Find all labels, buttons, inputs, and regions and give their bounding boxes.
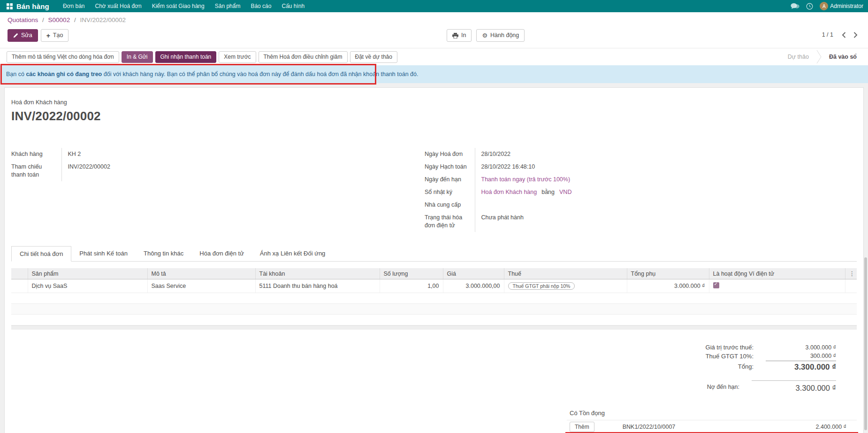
field-value-customer: KH 2	[61, 148, 146, 161]
menu-cau-hinh[interactable]: Cấu hình	[276, 0, 310, 12]
status-widget: Dự thảo Đã vào sổ	[785, 50, 861, 63]
list-footer-band	[11, 325, 857, 330]
column-ewallet[interactable]: Là hoạt động Ví điện tử	[709, 268, 845, 279]
state-posted[interactable]: Đã vào sổ	[826, 52, 860, 62]
user-menu[interactable]: A Administrator	[820, 2, 863, 10]
field-value-einvoice-status: Chưa phát hành	[475, 211, 571, 232]
outstanding-credit-row: Thêm BNK1/2022/10/0007 2.400.000 ₫	[567, 420, 857, 433]
tax-tag: Thuế GTGT phải nộp 10%	[508, 282, 575, 290]
add-payment-button[interactable]: Thêm	[570, 422, 594, 432]
column-product[interactable]: Sản phẩm	[28, 268, 147, 279]
menu-san-pham[interactable]: Sản phẩm	[210, 0, 246, 12]
outstanding-credits-section: Có Tồn đọng Thêm BNK1/2022/10/0007 2.400…	[567, 408, 857, 433]
field-label-due-date: Ngày đến hạn	[425, 173, 475, 186]
messages-icon[interactable]	[791, 3, 799, 9]
print-and-send-button[interactable]: In & Gửi	[122, 51, 153, 63]
field-label-vendor: Nhà cung cấp	[425, 199, 475, 211]
menu-bao-cao[interactable]: Báo cáo	[245, 0, 276, 12]
state-draft[interactable]: Dự thảo	[785, 52, 812, 62]
register-payment-button[interactable]: Ghi nhận thanh toán	[155, 51, 217, 63]
field-value-accounting-date: 28/10/2022 16:48:10	[475, 161, 571, 173]
invoice-lines-table: Sản phẩm Mô tả Tài khoản Số lượng Giá Th…	[11, 268, 857, 293]
user-name: Administrator	[830, 3, 863, 9]
activity-clock-icon[interactable]	[806, 3, 813, 10]
cell-price: 3.000.000,00	[443, 279, 504, 293]
alert-outstanding-credits-link[interactable]: các khoản ghi có đang treo	[26, 71, 102, 77]
state-arrow-icon	[816, 50, 822, 63]
reset-to-draft-button[interactable]: Đặt về dự thảo	[350, 51, 397, 63]
add-vietnamese-description-button[interactable]: Thêm mô tả tiếng Việt cho dòng hóa đơn	[7, 51, 119, 63]
amount-due-label: Nợ đến hạn:	[707, 380, 752, 394]
column-price[interactable]: Giá	[443, 268, 504, 279]
tab-invoice-lines[interactable]: Chi tiết hoá đơn	[11, 246, 71, 262]
user-avatar: A	[820, 2, 828, 10]
column-account[interactable]: Tài khoản	[255, 268, 380, 279]
invoice-form-sheet: Hoá đơn Khách hàng INV/2022/00002 Khách …	[4, 87, 864, 433]
optional-columns-icon[interactable]: ⋮	[845, 268, 857, 279]
untaxed-amount-label: Giá trị trước thuế:	[706, 343, 766, 352]
edit-button[interactable]: Sửa	[8, 29, 38, 42]
printer-icon	[452, 33, 458, 39]
create-button[interactable]: + Tạo	[41, 29, 69, 42]
tab-einvoice[interactable]: Hóa đơn điện tử	[191, 246, 252, 261]
tab-journal-items[interactable]: Phát sinh Kế toán	[71, 246, 136, 261]
cell-quantity: 1,00	[380, 279, 443, 293]
field-label-einvoice-status: Trạng thái hóa đơn điện tử	[425, 211, 475, 232]
breadcrumb: Quotations / S00002 / INV/2022/00002	[8, 16, 860, 25]
outstanding-credits-title: Có Tồn đọng	[567, 408, 857, 420]
pager-count: 1 / 1	[822, 31, 833, 38]
column-description[interactable]: Mô tả	[147, 268, 255, 279]
field-value-payment-terms[interactable]: Thanh toán ngay (trả trước 100%)	[475, 173, 571, 186]
column-quantity[interactable]: Số lượng	[380, 268, 443, 279]
total-label: Tổng:	[706, 361, 766, 373]
alert-text-prefix: Bạn có	[6, 71, 24, 77]
empty-list-row	[11, 293, 857, 304]
breadcrumb-s00002[interactable]: S00002	[48, 16, 70, 23]
apps-grid-icon[interactable]	[7, 3, 13, 9]
field-value-currency[interactable]: VND	[559, 189, 571, 195]
cell-account: 5111 Doanh thu bán hàng hoá	[255, 279, 380, 293]
print-button[interactable]: In	[447, 29, 472, 42]
preview-button[interactable]: Xem trước	[219, 51, 256, 63]
breadcrumb-quotations[interactable]: Quotations	[8, 16, 38, 23]
tab-other-info[interactable]: Thông tin khác	[136, 246, 191, 261]
menu-don-ban[interactable]: Đơn bán	[58, 0, 90, 12]
ewallet-checkbox-checked	[713, 282, 719, 288]
alert-text-suffix: đối với khách hàng này. Bạn có thể phân …	[104, 71, 419, 77]
notebook-tabs: Chi tiết hoá đơn Phát sinh Kế toán Thông…	[11, 246, 857, 262]
tax-amount-value: 300.000 ₫	[766, 352, 836, 361]
untaxed-amount-value: 3.000.000 ₫	[766, 343, 836, 352]
add-credit-note-button[interactable]: Thêm Hoá đơn điều chỉnh giảm	[259, 51, 348, 63]
top-navbar: Bán hàng Đơn bán Chờ xuất Hoá đơn Kiểm s…	[0, 0, 868, 12]
pager-next-icon[interactable]	[853, 32, 858, 38]
tab-counterpart-mapping[interactable]: Ánh xạ Liên kết Đối ứng	[252, 246, 334, 261]
breadcrumb-separator: /	[42, 16, 44, 23]
empty-list-row	[11, 304, 857, 315]
field-label-customer: Khách hàng	[11, 148, 61, 161]
action-button[interactable]: ⚙ Hành động	[476, 29, 525, 42]
breadcrumb-current: INV/2022/00002	[80, 16, 126, 23]
cell-subtotal: 3.000.000 ₫	[627, 279, 709, 293]
payment-amount: 2.400.000 ₫	[816, 424, 857, 430]
menu-kiem-soat-giao-hang[interactable]: Kiểm soát Giao hàng	[147, 0, 210, 12]
invoice-number-title: INV/2022/00002	[11, 109, 857, 124]
control-panel: Quotations / S00002 / INV/2022/00002 Sửa…	[0, 12, 868, 48]
breadcrumb-separator: /	[74, 16, 76, 23]
field-value-journal[interactable]: Hoá đơn Khách hàng	[481, 189, 537, 195]
menu-cho-xuat-hoa-don[interactable]: Chờ xuất Hoá đơn	[90, 0, 147, 12]
invoice-line-row[interactable]: Dịch vụ SaaS Saas Service 5111 Doanh thu…	[11, 279, 857, 293]
left-field-group: Khách hàng KH 2 Tham chiếu thanh toán IN…	[11, 148, 293, 232]
totals-section: Giá trị trước thuế: 3.000.000 ₫ Thuế GTG…	[11, 343, 857, 394]
row-handle	[11, 279, 28, 293]
column-subtotal[interactable]: Tổng phụ	[627, 268, 709, 279]
app-name[interactable]: Bán hàng	[16, 2, 49, 10]
column-tax[interactable]: Thuế	[504, 268, 627, 279]
pager-previous-icon[interactable]	[842, 32, 846, 38]
payment-reference: BNK1/2022/10/0007	[623, 424, 676, 430]
field-value-payment-reference: INV/2022/00002	[61, 161, 146, 181]
vertical-scrollbar[interactable]	[864, 257, 867, 430]
field-value-vendor	[475, 199, 571, 211]
document-type-label: Hoá đơn Khách hàng	[11, 88, 857, 106]
cell-product: Dịch vụ SaaS	[28, 279, 147, 293]
field-label-payment-reference: Tham chiếu thanh toán	[11, 161, 61, 181]
